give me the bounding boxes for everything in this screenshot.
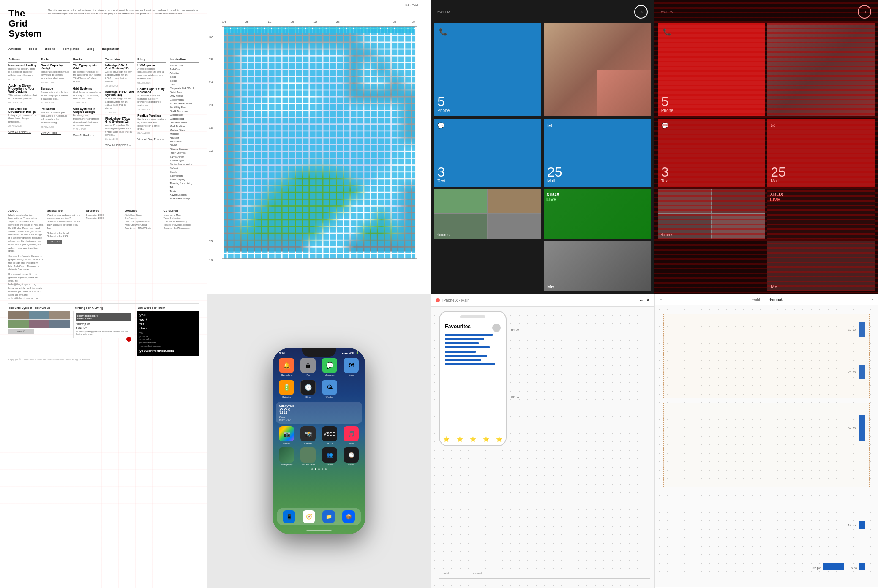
text-tile[interactable]: 💬 3 Text bbox=[434, 119, 541, 186]
content-bar-1 bbox=[445, 334, 492, 336]
camera-app[interactable]: 📸 Camera bbox=[300, 426, 316, 445]
layout-guide-1 bbox=[663, 314, 870, 398]
content-bar-4 bbox=[445, 346, 490, 348]
copyright-text: Copyright © 2008 Antonio Carusone, unles… bbox=[8, 358, 199, 361]
omnuc-logo: omnu© bbox=[17, 330, 25, 333]
mail-label: Mail bbox=[547, 179, 648, 183]
nav-books[interactable]: Books bbox=[45, 47, 55, 51]
weather-app[interactable]: 🌤 Weather bbox=[322, 380, 337, 398]
thinking-title: Thinking For A Living bbox=[73, 306, 134, 309]
mail-count: 25 bbox=[547, 165, 648, 179]
photo-tile[interactable] bbox=[544, 23, 651, 116]
red-xbox-tile[interactable]: XBOXLIVE bbox=[767, 189, 875, 239]
grid-system-panel: The Grid System The ultimate resource fo… bbox=[0, 0, 207, 588]
reminders-app[interactable]: 🔔 Reminders bbox=[279, 358, 294, 376]
bin-app[interactable]: 🗑 Bin bbox=[300, 358, 316, 376]
weather-city: Sunnyvale bbox=[279, 404, 359, 407]
winphone-red-tiles-grid: 📞 5 Phone 💬 3 Text bbox=[658, 23, 875, 291]
main-nav: Articles Tools Books Templates Blog Insp… bbox=[8, 47, 199, 53]
view-all-templates[interactable]: View All Templates → bbox=[105, 144, 134, 147]
svg-text:25: 25 bbox=[209, 240, 213, 243]
close-x[interactable]: × bbox=[872, 297, 874, 302]
iphone-notch bbox=[302, 348, 336, 357]
view-all-tools[interactable]: View All Tools → bbox=[41, 131, 69, 134]
weather-widget[interactable]: Sunnyvale 66° Clear H:84° L:60° bbox=[276, 402, 362, 424]
phone-tile[interactable]: 📞 5 Phone bbox=[434, 23, 541, 116]
svg-text:25: 25 bbox=[393, 20, 397, 24]
blueprint-titlebar: iPhone X - Main ← × bbox=[431, 294, 654, 307]
dot-5 bbox=[325, 468, 327, 470]
svg-text:16: 16 bbox=[209, 259, 213, 262]
safari-dock[interactable]: 🧭 bbox=[303, 510, 315, 523]
nav-articles[interactable]: Articles bbox=[8, 47, 21, 51]
iphone-screen: 9:41 ●●●● WiFi 🔋 🔔 Reminders bbox=[273, 348, 365, 534]
view-all-articles[interactable]: View All Articles → bbox=[8, 131, 37, 133]
pictures-tile[interactable]: Pictures bbox=[434, 189, 541, 239]
svg-text:25: 25 bbox=[245, 20, 249, 24]
mail-tile[interactable]: ✉ 25 Mail bbox=[544, 119, 651, 186]
view-all-blog[interactable]: View All Blog Posts → bbox=[137, 138, 166, 141]
watch-app[interactable]: ⌚ Watch bbox=[344, 447, 359, 466]
maps-app[interactable]: 🗺 Maps bbox=[344, 358, 359, 376]
red-text-tile[interactable]: 💬 3 Text bbox=[658, 119, 765, 186]
close-button[interactable]: × bbox=[647, 298, 649, 302]
messages-app[interactable]: 💬 Messages bbox=[322, 358, 337, 376]
featured-app[interactable]: Featured Photo bbox=[300, 447, 316, 466]
content-bar-3 bbox=[445, 342, 478, 344]
phone-bottom-nav: ⭐ ⭐ ⭐ ⭐ ⭐ bbox=[440, 433, 506, 445]
batteries-app[interactable]: 🔋 Batteries bbox=[279, 380, 294, 398]
dot-1 bbox=[311, 468, 313, 470]
appstore-dock[interactable]: 📱 bbox=[283, 510, 295, 523]
books-column: Books The Typographic Grid He considers … bbox=[73, 57, 102, 201]
dim-32px-bar: 32 px bbox=[812, 563, 844, 570]
files-dock[interactable]: 📁 bbox=[322, 510, 335, 523]
nav-tools[interactable]: Tools bbox=[28, 47, 37, 51]
henmat-title: Henmat bbox=[768, 297, 782, 302]
red-phone-tile[interactable]: 📞 5 Phone bbox=[658, 23, 765, 116]
app-dock: 📱 🧭 📁 📦 bbox=[277, 508, 361, 525]
blueprint-title: iPhone X - Main bbox=[442, 298, 469, 302]
svg-text:12: 12 bbox=[313, 20, 317, 24]
tagline-left: The ultimate resource for grid systems. … bbox=[48, 8, 199, 43]
articles-column: Articles Incremental leading In editoria… bbox=[8, 57, 37, 201]
weather-temp: 66° bbox=[279, 407, 359, 416]
content-bar-7 bbox=[445, 359, 481, 361]
grid-svg: 24 25 12 25 12 25 25 24 32 28 24 20 16 1… bbox=[207, 0, 431, 294]
phone-label: Phone bbox=[437, 108, 538, 113]
red-mail-tile[interactable]: ✉ 25 Mail bbox=[767, 119, 875, 186]
back-nav[interactable]: ← bbox=[659, 297, 663, 302]
nav-templates[interactable]: Templates bbox=[63, 47, 79, 51]
music-app[interactable]: 🎵 Music bbox=[344, 426, 359, 445]
svg-text:28: 28 bbox=[209, 57, 213, 61]
dropbox-dock[interactable]: 📦 bbox=[342, 510, 355, 523]
svg-text:12: 12 bbox=[268, 20, 272, 24]
view-all-books[interactable]: View All Books → bbox=[73, 134, 102, 137]
winphone-red-arrow-button[interactable]: → bbox=[858, 5, 871, 19]
social-app[interactable]: 👥 Social bbox=[322, 447, 337, 466]
me-tile[interactable]: Me bbox=[544, 241, 651, 291]
clock-app[interactable]: 🕐 Clock bbox=[300, 380, 316, 398]
photography-app[interactable]: Photography bbox=[279, 447, 294, 466]
winphone-arrow-button[interactable]: → bbox=[634, 5, 648, 19]
wahl-title: wahl bbox=[752, 297, 760, 302]
xbox-tile[interactable]: XBOXLIVE bbox=[544, 189, 651, 239]
red-pictures-tile[interactable]: Pictures bbox=[658, 189, 765, 239]
content-bar-5 bbox=[445, 351, 476, 353]
phone-mockup: Favourites ⭐ ⭐ bbox=[439, 311, 507, 446]
dim-14px-bar: 14 px bbox=[848, 521, 865, 529]
photos-app[interactable]: 📷 Photos bbox=[279, 426, 294, 445]
nav-inspiration[interactable]: Inspiration bbox=[102, 47, 119, 51]
red-photo-tile[interactable] bbox=[767, 23, 875, 116]
nav-blog[interactable]: Blog bbox=[87, 47, 95, 51]
winphone-tiles-grid: 📞 5 Phone 💬 3 Text bbox=[434, 23, 651, 291]
red-me-tile[interactable]: Me bbox=[767, 241, 875, 291]
save-label: saved bbox=[473, 572, 482, 575]
hide-grid-button[interactable]: Hide Grid bbox=[404, 3, 418, 7]
dimensions-header: ← wahl Henmat × bbox=[655, 294, 878, 305]
text-count: 3 bbox=[437, 165, 538, 179]
time-display: 9:41 bbox=[279, 351, 285, 354]
text-label: Text bbox=[437, 179, 538, 183]
back-button[interactable]: ← bbox=[639, 298, 644, 302]
vsco-app[interactable]: VSCO VSCO bbox=[322, 426, 337, 445]
home-indicator bbox=[306, 530, 332, 531]
